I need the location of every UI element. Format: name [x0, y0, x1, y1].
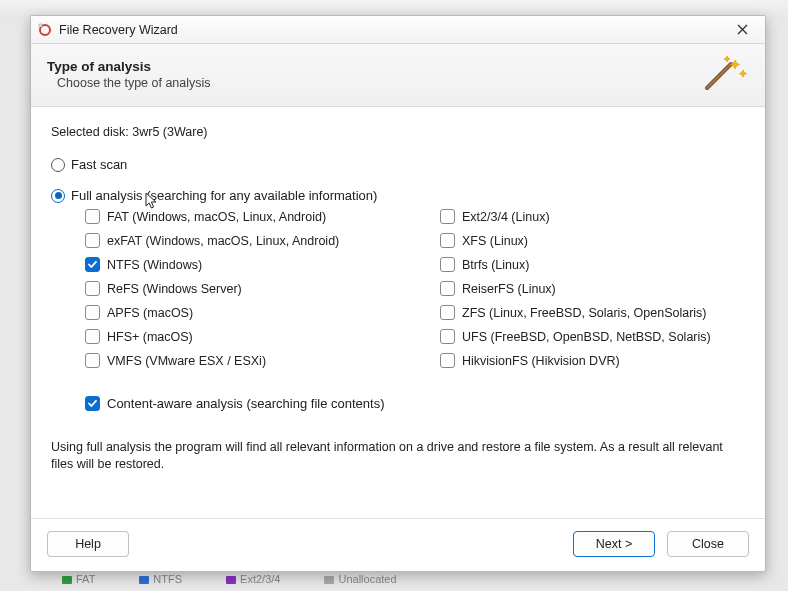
checkbox-icon: [440, 281, 455, 296]
chk-hfsplus[interactable]: HFS+ (macOS): [85, 329, 390, 344]
checkbox-icon: [440, 257, 455, 272]
chk-reiserfs[interactable]: ReiserFS (Linux): [440, 281, 745, 296]
chk-ext[interactable]: Ext2/3/4 (Linux): [440, 209, 745, 224]
app-icon: [37, 22, 53, 38]
header-subtitle: Choose the type of analysis: [47, 76, 701, 90]
checkbox-icon: [85, 305, 100, 320]
checkbox-icon: [440, 233, 455, 248]
checkbox-icon: [440, 329, 455, 344]
close-button[interactable]: [725, 19, 759, 41]
next-button[interactable]: Next >: [573, 531, 655, 557]
wizard-body: Selected disk: 3wr5 (3Ware) Fast scan Fu…: [31, 107, 765, 518]
filesystem-checkbox-grid: FAT (Windows, macOS, Linux, Android) Ext…: [85, 209, 745, 368]
radio-full-analysis[interactable]: Full analysis (searching for any availab…: [51, 188, 745, 203]
file-recovery-wizard-dialog: File Recovery Wizard Type of analysis Ch…: [30, 15, 766, 572]
help-button[interactable]: Help: [47, 531, 129, 557]
analysis-description: Using full analysis the program will fin…: [51, 439, 745, 473]
checkbox-icon: [85, 209, 100, 224]
checkbox-icon: [85, 329, 100, 344]
titlebar: File Recovery Wizard: [31, 16, 765, 44]
chk-ntfs[interactable]: NTFS (Windows): [85, 257, 390, 272]
wizard-wand-icon: [701, 54, 749, 94]
wizard-header: Type of analysis Choose the type of anal…: [31, 44, 765, 107]
radio-fast-scan[interactable]: Fast scan: [51, 157, 745, 172]
selected-disk-label: Selected disk: 3wr5 (3Ware): [51, 125, 745, 139]
radio-label: Full analysis (searching for any availab…: [71, 188, 377, 203]
checkbox-icon: [440, 209, 455, 224]
chk-zfs[interactable]: ZFS (Linux, FreeBSD, Solaris, OpenSolari…: [440, 305, 745, 320]
background-partition-legend: FAT NTFS Ext2/3/4 Unallocated: [62, 573, 397, 585]
chk-fat[interactable]: FAT (Windows, macOS, Linux, Android): [85, 209, 390, 224]
checkbox-icon: [440, 353, 455, 368]
content-aware-label: Content-aware analysis (searching file c…: [107, 396, 384, 411]
radio-label: Fast scan: [71, 157, 127, 172]
chk-vmfs[interactable]: VMFS (VMware ESX / ESXi): [85, 353, 390, 368]
checkbox-icon: [85, 257, 100, 272]
chk-refs[interactable]: ReFS (Windows Server): [85, 281, 390, 296]
chk-hikvisionfs[interactable]: HikvisionFS (Hikvision DVR): [440, 353, 745, 368]
close-dialog-button[interactable]: Close: [667, 531, 749, 557]
checkbox-icon: [85, 396, 100, 411]
chk-exfat[interactable]: exFAT (Windows, macOS, Linux, Android): [85, 233, 390, 248]
radio-icon: [51, 158, 65, 172]
chk-btrfs[interactable]: Btrfs (Linux): [440, 257, 745, 272]
wizard-footer: Help Next > Close: [31, 518, 765, 571]
radio-icon: [51, 189, 65, 203]
window-title: File Recovery Wizard: [59, 23, 178, 37]
checkbox-icon: [85, 233, 100, 248]
chk-ufs[interactable]: UFS (FreeBSD, OpenBSD, NetBSD, Solaris): [440, 329, 745, 344]
close-icon: [737, 24, 748, 35]
chk-apfs[interactable]: APFS (macOS): [85, 305, 390, 320]
checkbox-icon: [85, 281, 100, 296]
checkbox-icon: [440, 305, 455, 320]
svg-rect-1: [39, 24, 42, 27]
checkbox-icon: [85, 353, 100, 368]
chk-content-aware[interactable]: Content-aware analysis (searching file c…: [85, 396, 745, 411]
chk-xfs[interactable]: XFS (Linux): [440, 233, 745, 248]
header-title: Type of analysis: [47, 59, 701, 74]
